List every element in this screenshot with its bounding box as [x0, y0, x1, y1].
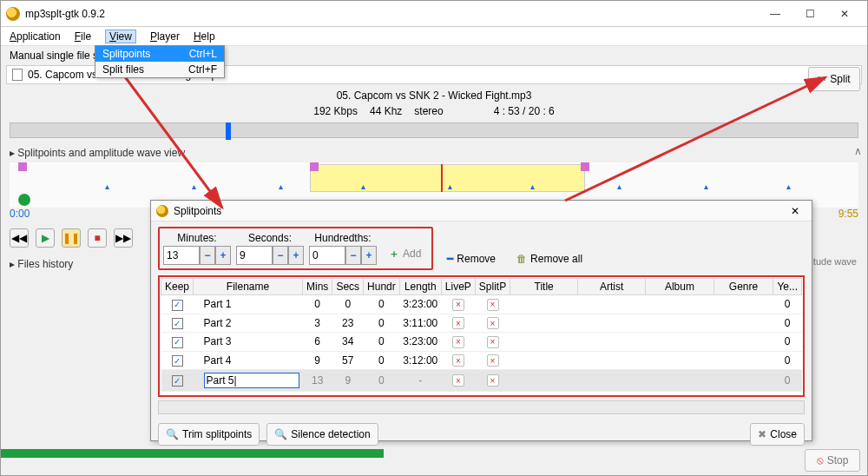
cell-year[interactable]: 0 — [773, 351, 802, 370]
add-button[interactable]: ＋ Add — [382, 242, 428, 265]
remove-all-button[interactable]: 🗑 Remove all — [510, 248, 589, 270]
keep-checkbox[interactable]: ✓ — [172, 318, 183, 329]
cell-splitp[interactable]: × — [475, 295, 510, 314]
cell-mins[interactable]: 0 — [303, 295, 332, 314]
menu-player[interactable]: Player — [150, 30, 180, 43]
cell-secs[interactable]: 23 — [332, 314, 364, 333]
table-row[interactable]: ✓Part 495703:12:00××0 — [161, 351, 802, 370]
cell-splitp[interactable]: × — [475, 370, 510, 392]
seek-slider[interactable] — [10, 122, 858, 138]
cell-secs[interactable]: 34 — [332, 333, 364, 352]
x-icon[interactable]: × — [452, 374, 464, 387]
collapse-icon[interactable]: ∧ — [854, 145, 862, 157]
trim-button[interactable]: 🔍 Trim splitpoints — [158, 423, 260, 446]
cell-livep[interactable]: × — [441, 333, 475, 352]
keep-checkbox[interactable]: ✓ — [172, 355, 183, 367]
cell-year[interactable]: 0 — [773, 333, 802, 352]
footer-stop-button[interactable]: ⦸ Stop — [805, 449, 860, 472]
hundredths-increment[interactable]: + — [361, 246, 377, 265]
pause-button[interactable]: ❚❚ — [62, 228, 81, 248]
th-hundr[interactable]: Hundr — [364, 279, 400, 295]
th-splitp[interactable]: SplitP — [475, 279, 510, 295]
cell-secs[interactable]: 57 — [332, 351, 364, 370]
cell-livep[interactable]: × — [441, 295, 475, 314]
splitpoint-marker[interactable] — [310, 162, 319, 171]
next-button[interactable]: ▶▶ — [114, 228, 133, 248]
hundredths-input[interactable] — [309, 246, 345, 265]
dialog-close-button[interactable]: ✕ — [784, 202, 806, 220]
cell-livep[interactable]: × — [441, 314, 475, 333]
th-filename[interactable]: Filename — [194, 279, 303, 295]
th-year[interactable]: Ye... — [773, 279, 802, 295]
minimize-button[interactable]: — — [758, 1, 792, 26]
th-album[interactable]: Album — [646, 279, 713, 295]
table-row[interactable]: ✓1390-××0 — [161, 370, 802, 392]
menu-help[interactable]: Help — [194, 30, 215, 43]
x-icon[interactable]: × — [452, 299, 464, 311]
filename-input[interactable] — [204, 373, 299, 388]
cell-splitp[interactable]: × — [475, 351, 510, 370]
cell-mins[interactable]: 6 — [303, 333, 332, 352]
x-icon[interactable]: × — [487, 374, 499, 387]
minutes-decrement[interactable]: − — [200, 246, 215, 265]
th-genre[interactable]: Genre — [713, 279, 773, 295]
menu-item-splitpoints[interactable]: Splitpoints Ctrl+L — [95, 46, 224, 62]
cell-year[interactable]: 0 — [773, 314, 802, 333]
th-secs[interactable]: Secs — [332, 279, 364, 295]
cell-hundr[interactable]: 0 — [364, 314, 400, 333]
dialog-titlebar[interactable]: Splitpoints ✕ — [151, 201, 812, 221]
playhead-ball-icon[interactable] — [18, 194, 30, 206]
cell-secs[interactable]: 9 — [332, 370, 364, 392]
minutes-increment[interactable]: + — [215, 246, 231, 265]
cell-filename[interactable]: Part 4 — [194, 351, 303, 370]
cell-hundr[interactable]: 0 — [364, 370, 400, 392]
split-button[interactable]: ✂ Split — [808, 67, 860, 91]
seconds-input[interactable] — [236, 246, 273, 265]
cell-filename[interactable]: Part 3 — [194, 333, 303, 352]
th-mins[interactable]: Mins — [303, 279, 332, 295]
x-icon[interactable]: × — [487, 299, 499, 311]
x-icon[interactable]: × — [452, 336, 464, 348]
maximize-button[interactable]: ☐ — [792, 1, 827, 26]
table-row[interactable]: ✓Part 363403:23:00××0 — [161, 333, 802, 352]
seek-thumb[interactable] — [226, 122, 231, 140]
menu-application[interactable]: Application — [10, 30, 61, 43]
th-artist[interactable]: Artist — [578, 279, 646, 295]
x-icon[interactable]: × — [452, 317, 464, 329]
menu-item-splitfiles[interactable]: Split files Ctrl+F — [95, 62, 224, 77]
table-row[interactable]: ✓Part 10003:23:00××0 — [161, 295, 802, 314]
seconds-decrement[interactable]: − — [273, 246, 288, 265]
section-wave-header[interactable]: Splitpoints and amplitude wave view — [1, 143, 867, 162]
cell-mins[interactable]: 9 — [303, 351, 332, 370]
close-dialog-button[interactable]: ✖ Close — [750, 423, 805, 446]
th-livep[interactable]: LiveP — [441, 279, 475, 295]
play-button[interactable]: ▶ — [36, 228, 55, 248]
prev-button[interactable]: ◀◀ — [10, 228, 29, 248]
minutes-input[interactable] — [163, 246, 200, 265]
cell-mins[interactable]: 13 — [303, 370, 332, 392]
keep-checkbox[interactable]: ✓ — [172, 375, 183, 387]
cell-year[interactable]: 0 — [773, 370, 802, 392]
x-icon[interactable]: × — [487, 354, 499, 367]
hundredths-decrement[interactable]: − — [345, 246, 361, 265]
close-button[interactable]: ✕ — [827, 1, 862, 26]
x-icon[interactable]: × — [487, 336, 499, 348]
table-row[interactable]: ✓Part 232303:11:00××0 — [161, 314, 802, 333]
cell-filename[interactable]: Part 1 — [194, 295, 303, 314]
splitpoint-marker[interactable] — [18, 162, 27, 171]
cell-hundr[interactable]: 0 — [364, 351, 400, 370]
splitpoint-marker[interactable] — [581, 162, 589, 171]
cell-livep[interactable]: × — [441, 351, 475, 370]
x-icon[interactable]: × — [487, 317, 499, 329]
cell-livep[interactable]: × — [441, 370, 475, 392]
silence-button[interactable]: 🔍 Silence detection — [266, 423, 378, 446]
keep-checkbox[interactable]: ✓ — [172, 337, 183, 348]
menu-file[interactable]: File — [75, 30, 91, 43]
th-keep[interactable]: Keep — [161, 279, 194, 295]
stop-button[interactable]: ■ — [88, 228, 107, 248]
keep-checkbox[interactable]: ✓ — [172, 300, 183, 311]
cell-filename[interactable]: Part 2 — [194, 314, 303, 333]
cell-mins[interactable]: 3 — [303, 314, 332, 333]
th-title[interactable]: Title — [510, 279, 578, 295]
cell-hundr[interactable]: 0 — [364, 295, 400, 314]
